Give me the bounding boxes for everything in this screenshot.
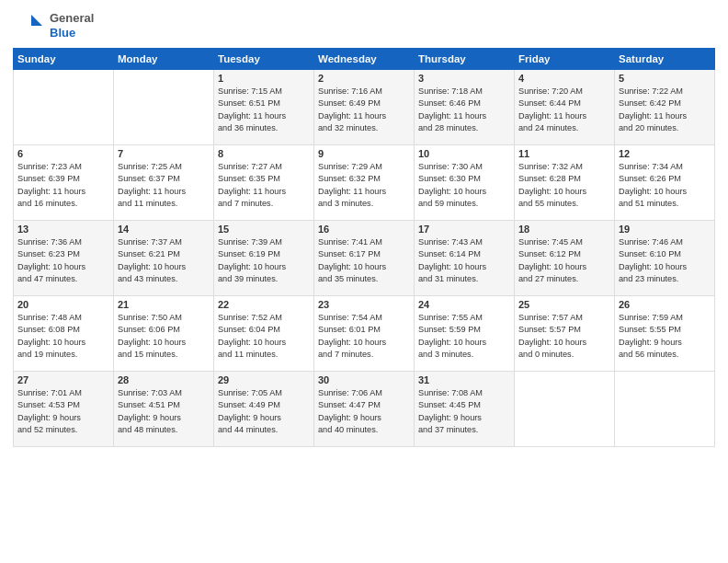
header: GeneralBlue [13,9,715,42]
day-cell: 17Sunrise: 7:43 AM Sunset: 6:14 PM Dayli… [415,221,515,296]
day-cell: 6Sunrise: 7:23 AM Sunset: 6:39 PM Daylig… [14,145,114,221]
day-number: 23 [318,299,410,310]
day-cell: 20Sunrise: 7:48 AM Sunset: 6:08 PM Dayli… [14,296,114,372]
day-cell: 8Sunrise: 7:27 AM Sunset: 6:35 PM Daylig… [214,145,314,221]
day-cell: 25Sunrise: 7:57 AM Sunset: 5:57 PM Dayli… [515,296,615,372]
day-number: 22 [218,299,310,310]
day-number: 20 [17,299,109,310]
weekday-header-friday: Friday [515,49,615,70]
day-cell: 3Sunrise: 7:18 AM Sunset: 6:46 PM Daylig… [415,70,515,145]
day-cell: 11Sunrise: 7:32 AM Sunset: 6:28 PM Dayli… [515,145,615,221]
week-row-1: 1Sunrise: 7:15 AM Sunset: 6:51 PM Daylig… [14,70,715,145]
weekday-header-wednesday: Wednesday [314,49,415,70]
day-info: Sunrise: 7:01 AM Sunset: 4:53 PM Dayligh… [17,387,109,436]
week-row-2: 6Sunrise: 7:23 AM Sunset: 6:39 PM Daylig… [14,145,715,221]
day-number: 11 [518,148,610,159]
day-cell: 10Sunrise: 7:30 AM Sunset: 6:30 PM Dayli… [415,145,515,221]
logo-blue: Blue [50,26,94,40]
day-cell: 23Sunrise: 7:54 AM Sunset: 6:01 PM Dayli… [314,296,415,372]
day-number: 6 [17,148,109,159]
weekday-header-thursday: Thursday [415,49,515,70]
day-info: Sunrise: 7:08 AM Sunset: 4:45 PM Dayligh… [418,387,510,436]
day-info: Sunrise: 7:46 AM Sunset: 6:10 PM Dayligh… [619,236,711,285]
day-info: Sunrise: 7:45 AM Sunset: 6:12 PM Dayligh… [518,236,610,285]
week-row-5: 27Sunrise: 7:01 AM Sunset: 4:53 PM Dayli… [14,372,715,447]
day-info: Sunrise: 7:55 AM Sunset: 5:59 PM Dayligh… [418,312,510,361]
day-number: 4 [518,73,610,84]
day-number: 3 [418,73,510,84]
day-info: Sunrise: 7:30 AM Sunset: 6:30 PM Dayligh… [418,161,510,210]
day-info: Sunrise: 7:59 AM Sunset: 5:55 PM Dayligh… [619,312,711,361]
day-number: 13 [17,224,109,235]
day-info: Sunrise: 7:50 AM Sunset: 6:06 PM Dayligh… [118,312,210,361]
day-cell: 14Sunrise: 7:37 AM Sunset: 6:21 PM Dayli… [114,221,214,296]
day-cell: 28Sunrise: 7:03 AM Sunset: 4:51 PM Dayli… [114,372,214,447]
day-number: 30 [318,374,410,385]
day-number: 15 [218,224,310,235]
weekday-header-tuesday: Tuesday [214,49,314,70]
day-info: Sunrise: 7:29 AM Sunset: 6:32 PM Dayligh… [318,161,410,210]
day-cell [114,70,214,145]
day-info: Sunrise: 7:43 AM Sunset: 6:14 PM Dayligh… [418,236,510,285]
day-number: 7 [118,148,210,159]
day-number: 14 [118,224,210,235]
day-info: Sunrise: 7:18 AM Sunset: 6:46 PM Dayligh… [418,86,510,134]
day-cell [14,70,114,145]
day-cell: 4Sunrise: 7:20 AM Sunset: 6:44 PM Daylig… [515,70,615,145]
day-cell: 16Sunrise: 7:41 AM Sunset: 6:17 PM Dayli… [314,221,415,296]
day-number: 9 [318,148,410,159]
day-number: 25 [518,299,610,310]
day-info: Sunrise: 7:03 AM Sunset: 4:51 PM Dayligh… [118,387,210,436]
logo: GeneralBlue [13,9,94,42]
weekday-header-sunday: Sunday [14,49,114,70]
day-number: 27 [17,374,109,385]
day-info: Sunrise: 7:23 AM Sunset: 6:39 PM Dayligh… [17,161,109,210]
day-number: 28 [118,374,210,385]
calendar-container: GeneralBlue SundayMondayTuesdayWednesday… [0,0,728,563]
day-cell: 26Sunrise: 7:59 AM Sunset: 5:55 PM Dayli… [615,296,715,372]
day-cell: 7Sunrise: 7:25 AM Sunset: 6:37 PM Daylig… [114,145,214,221]
day-number: 21 [118,299,210,310]
day-info: Sunrise: 7:05 AM Sunset: 4:49 PM Dayligh… [218,387,310,436]
calendar-table: SundayMondayTuesdayWednesdayThursdayFrid… [13,48,715,447]
day-cell: 13Sunrise: 7:36 AM Sunset: 6:23 PM Dayli… [14,221,114,296]
day-info: Sunrise: 7:52 AM Sunset: 6:04 PM Dayligh… [218,312,310,361]
day-number: 24 [418,299,510,310]
day-cell: 22Sunrise: 7:52 AM Sunset: 6:04 PM Dayli… [214,296,314,372]
day-info: Sunrise: 7:54 AM Sunset: 6:01 PM Dayligh… [318,312,410,361]
day-number: 18 [518,224,610,235]
day-cell: 9Sunrise: 7:29 AM Sunset: 6:32 PM Daylig… [314,145,415,221]
day-number: 12 [619,148,711,159]
day-cell: 21Sunrise: 7:50 AM Sunset: 6:06 PM Dayli… [114,296,214,372]
day-number: 10 [418,148,510,159]
day-number: 8 [218,148,310,159]
day-number: 5 [619,73,711,84]
day-cell: 31Sunrise: 7:08 AM Sunset: 4:45 PM Dayli… [415,372,515,447]
day-info: Sunrise: 7:36 AM Sunset: 6:23 PM Dayligh… [17,236,109,285]
day-cell [615,372,715,447]
day-info: Sunrise: 7:32 AM Sunset: 6:28 PM Dayligh… [518,161,610,210]
weekday-header-saturday: Saturday [615,49,715,70]
day-info: Sunrise: 7:25 AM Sunset: 6:37 PM Dayligh… [118,161,210,210]
day-number: 31 [418,374,510,385]
day-info: Sunrise: 7:22 AM Sunset: 6:42 PM Dayligh… [619,86,711,134]
day-cell: 5Sunrise: 7:22 AM Sunset: 6:42 PM Daylig… [615,70,715,145]
day-cell: 18Sunrise: 7:45 AM Sunset: 6:12 PM Dayli… [515,221,615,296]
weekday-header-row: SundayMondayTuesdayWednesdayThursdayFrid… [14,49,715,70]
day-cell: 12Sunrise: 7:34 AM Sunset: 6:26 PM Dayli… [615,145,715,221]
day-info: Sunrise: 7:41 AM Sunset: 6:17 PM Dayligh… [318,236,410,285]
day-info: Sunrise: 7:16 AM Sunset: 6:49 PM Dayligh… [318,86,410,134]
day-cell: 29Sunrise: 7:05 AM Sunset: 4:49 PM Dayli… [214,372,314,447]
day-cell: 27Sunrise: 7:01 AM Sunset: 4:53 PM Dayli… [14,372,114,447]
day-number: 2 [318,73,410,84]
day-info: Sunrise: 7:39 AM Sunset: 6:19 PM Dayligh… [218,236,310,285]
day-info: Sunrise: 7:20 AM Sunset: 6:44 PM Dayligh… [518,86,610,134]
logo-general: General [50,11,94,26]
day-number: 16 [318,224,410,235]
day-number: 19 [619,224,711,235]
day-cell: 15Sunrise: 7:39 AM Sunset: 6:19 PM Dayli… [214,221,314,296]
week-row-3: 13Sunrise: 7:36 AM Sunset: 6:23 PM Dayli… [14,221,715,296]
day-number: 17 [418,224,510,235]
day-cell: 19Sunrise: 7:46 AM Sunset: 6:10 PM Dayli… [615,221,715,296]
day-cell: 2Sunrise: 7:16 AM Sunset: 6:49 PM Daylig… [314,70,415,145]
